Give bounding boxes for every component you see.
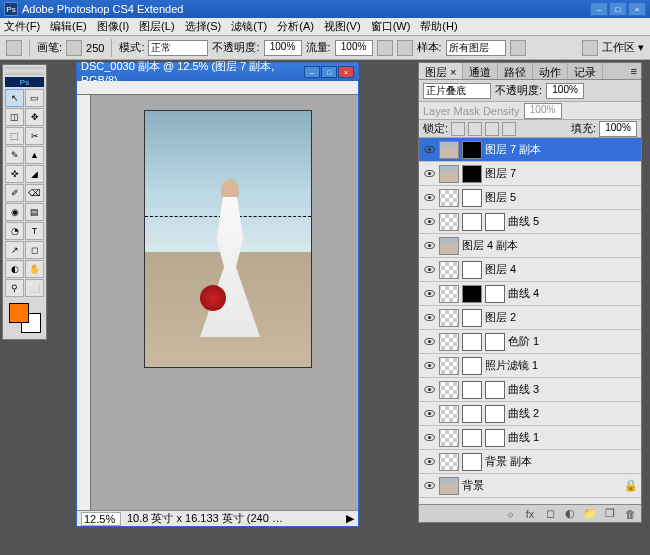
tool-0[interactable]: ↖	[5, 89, 24, 107]
mask-thumbnail[interactable]	[462, 261, 482, 279]
doc-close-button[interactable]: ×	[338, 66, 354, 78]
visibility-toggle[interactable]	[422, 335, 436, 349]
extra-thumbnail[interactable]	[485, 213, 505, 231]
visibility-toggle[interactable]	[422, 455, 436, 469]
layer-row[interactable]: 色阶 1	[419, 330, 641, 354]
layer-row[interactable]: 图层 2	[419, 306, 641, 330]
horizontal-ruler[interactable]	[77, 81, 358, 95]
menu-item-6[interactable]: 分析(A)	[277, 19, 314, 34]
layer-row[interactable]: 照片滤镜 1	[419, 354, 641, 378]
brush-preview-icon[interactable]	[66, 40, 82, 56]
layer-name[interactable]: 图层 2	[485, 310, 638, 325]
tool-3[interactable]: ✥	[25, 108, 44, 126]
visibility-toggle[interactable]	[422, 239, 436, 253]
ignore-adj-icon[interactable]	[510, 40, 526, 56]
tool-20[interactable]: ⚲	[5, 279, 24, 297]
layer-thumbnail[interactable]	[439, 165, 459, 183]
new-layer-icon[interactable]: ❐	[603, 508, 617, 520]
layer-name[interactable]: 照片滤镜 1	[485, 358, 638, 373]
workspace-button[interactable]: 工作区 ▾	[602, 40, 644, 55]
tool-14[interactable]: ◔	[5, 222, 24, 240]
layer-row[interactable]: 图层 5	[419, 186, 641, 210]
lock-transparency-icon[interactable]	[451, 122, 465, 136]
layer-name[interactable]: 背景	[462, 478, 621, 493]
visibility-toggle[interactable]	[422, 311, 436, 325]
layer-name[interactable]: 图层 7 副本	[485, 142, 638, 157]
canvas-area[interactable]	[91, 95, 358, 510]
layer-name[interactable]: 曲线 2	[508, 406, 638, 421]
layer-row[interactable]: 图层 4 副本	[419, 234, 641, 258]
layer-list[interactable]: 图层 7 副本图层 7图层 5曲线 5图层 4 副本图层 4曲线 4图层 2色阶…	[419, 138, 641, 504]
menu-item-1[interactable]: 编辑(E)	[50, 19, 87, 34]
opacity-input[interactable]: 100%	[264, 40, 302, 56]
layer-row[interactable]: 图层 7 副本	[419, 138, 641, 162]
tool-9[interactable]: ◢	[25, 165, 44, 183]
layer-name[interactable]: 曲线 5	[508, 214, 638, 229]
tool-15[interactable]: T	[25, 222, 44, 240]
layer-thumbnail[interactable]	[439, 213, 459, 231]
panel-opacity-input[interactable]: 100%	[546, 83, 584, 99]
document-titlebar[interactable]: DSC_0030 副本 @ 12.5% (图层 7 副本, RGB/8) – □…	[77, 63, 358, 81]
tool-10[interactable]: ✐	[5, 184, 24, 202]
layer-thumbnail[interactable]	[439, 381, 459, 399]
layer-row[interactable]: 曲线 3	[419, 378, 641, 402]
zoom-input[interactable]: 12.5%	[81, 512, 121, 526]
menu-item-9[interactable]: 帮助(H)	[420, 19, 457, 34]
panel-tab-4[interactable]: 记录	[568, 63, 603, 79]
tool-7[interactable]: ▲	[25, 146, 44, 164]
tool-19[interactable]: ✋	[25, 260, 44, 278]
tool-6[interactable]: ✎	[5, 146, 24, 164]
panel-tab-0[interactable]: 图层 ×	[419, 63, 463, 79]
menu-item-4[interactable]: 选择(S)	[185, 19, 222, 34]
visibility-toggle[interactable]	[422, 287, 436, 301]
extra-thumbnail[interactable]	[485, 381, 505, 399]
layer-thumbnail[interactable]	[439, 189, 459, 207]
menu-item-2[interactable]: 图像(I)	[97, 19, 129, 34]
layer-name[interactable]: 色阶 1	[508, 334, 638, 349]
layer-row[interactable]: 曲线 2	[419, 402, 641, 426]
tool-preset-icon[interactable]	[6, 40, 22, 56]
tool-18[interactable]: ◐	[5, 260, 24, 278]
visibility-toggle[interactable]	[422, 431, 436, 445]
layer-thumbnail[interactable]	[439, 333, 459, 351]
tool-21[interactable]: ⬜	[25, 279, 44, 297]
layer-thumbnail[interactable]	[439, 453, 459, 471]
layer-row[interactable]: 背景 副本	[419, 450, 641, 474]
mask-thumbnail[interactable]	[462, 333, 482, 351]
mask-thumbnail[interactable]	[462, 405, 482, 423]
layer-name[interactable]: 曲线 4	[508, 286, 638, 301]
visibility-toggle[interactable]	[422, 167, 436, 181]
mask-thumbnail[interactable]	[462, 381, 482, 399]
layer-thumbnail[interactable]	[439, 477, 459, 495]
menu-item-3[interactable]: 图层(L)	[139, 19, 174, 34]
tool-4[interactable]: ⬚	[5, 127, 24, 145]
extra-thumbnail[interactable]	[485, 405, 505, 423]
layer-name[interactable]: 背景 副本	[485, 454, 638, 469]
layer-thumbnail[interactable]	[439, 285, 459, 303]
airbrush-icon[interactable]	[377, 40, 393, 56]
new-group-icon[interactable]: 📁	[583, 508, 597, 520]
mask-thumbnail[interactable]	[462, 141, 482, 159]
extra-thumbnail[interactable]	[485, 333, 505, 351]
menu-item-0[interactable]: 文件(F)	[4, 19, 40, 34]
visibility-toggle[interactable]	[422, 215, 436, 229]
minimize-button[interactable]: –	[590, 2, 608, 16]
panel-tab-3[interactable]: 动作	[533, 63, 568, 79]
layer-row[interactable]: 图层 7	[419, 162, 641, 186]
layer-thumbnail[interactable]	[439, 429, 459, 447]
tool-13[interactable]: ▤	[25, 203, 44, 221]
mode-select[interactable]: 正常	[148, 40, 208, 56]
visibility-toggle[interactable]	[422, 191, 436, 205]
mask-thumbnail[interactable]	[462, 429, 482, 447]
mask-thumbnail[interactable]	[462, 453, 482, 471]
tool-12[interactable]: ◉	[5, 203, 24, 221]
mask-thumbnail[interactable]	[462, 189, 482, 207]
delete-layer-icon[interactable]: 🗑	[623, 508, 637, 520]
layer-thumbnail[interactable]	[439, 357, 459, 375]
brush-size[interactable]: 250	[86, 42, 104, 54]
doc-maximize-button[interactable]: □	[321, 66, 337, 78]
toolbox-handle[interactable]	[5, 67, 44, 75]
visibility-toggle[interactable]	[422, 263, 436, 277]
visibility-toggle[interactable]	[422, 479, 436, 493]
vertical-ruler[interactable]	[77, 95, 91, 510]
